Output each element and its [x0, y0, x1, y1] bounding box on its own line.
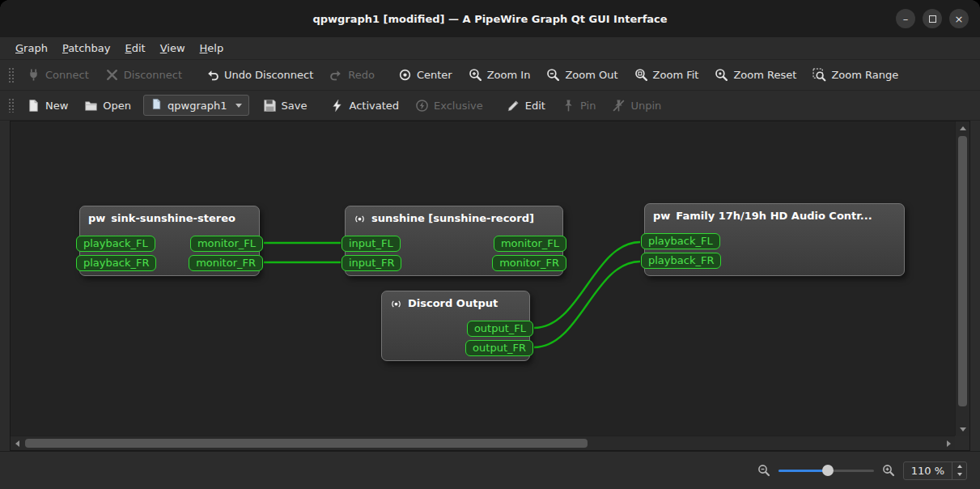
menu-view[interactable]: View — [153, 37, 193, 59]
scroll-left-icon[interactable] — [11, 436, 23, 451]
menu-patchbay[interactable]: Patchbay — [55, 37, 118, 59]
edit-button[interactable]: Edit — [499, 95, 553, 117]
menu-help[interactable]: Help — [193, 37, 231, 59]
port-playback_FR[interactable]: playback_FR — [641, 253, 721, 269]
node-title: sunshine [sunshine-record] — [371, 212, 534, 225]
node-title: Family 17h/19h HD Audio Contr... — [676, 210, 872, 223]
zoom-spin-down-icon[interactable] — [952, 470, 966, 479]
zoom-in-label: Zoom In — [487, 69, 531, 81]
canvas-outer: pw sink-sunshine-stereo playback_FL play… — [0, 121, 980, 451]
port-monitor_FL[interactable]: monitor_FL — [190, 236, 263, 252]
zoom-slider[interactable] — [778, 464, 874, 477]
save-button[interactable]: Save — [256, 95, 315, 117]
port-input_FR[interactable]: input_FR — [342, 255, 401, 271]
horizontal-scroll-thumb[interactable] — [25, 439, 588, 448]
open-label: Open — [103, 100, 131, 112]
new-button[interactable]: New — [19, 95, 75, 117]
zoom-out-label: Zoom Out — [565, 69, 617, 81]
toolbar-grip[interactable] — [8, 67, 15, 83]
node-sunshine-record[interactable]: sunshine [sunshine-record] input_FL inpu… — [345, 206, 563, 276]
zoom-out-button[interactable]: Zoom Out — [539, 64, 625, 86]
connect-icon — [27, 68, 40, 82]
scrollbar-corner — [955, 436, 969, 450]
window-title: qpwgraph1 [modified] — A PipeWire Graph … — [312, 13, 667, 25]
pin-icon — [562, 99, 575, 113]
zoom-range-icon — [812, 68, 826, 82]
toolbar-file: New Open qpwgraph1 Save Activated Exclus… — [0, 91, 980, 121]
menu-edit[interactable]: Edit — [118, 37, 153, 59]
disconnect-label: Disconnect — [124, 69, 182, 81]
exclusive-button[interactable]: Exclusive — [408, 95, 490, 117]
monitor-icon — [354, 213, 366, 225]
minimize-button[interactable]: – — [896, 9, 915, 28]
activated-bolt-icon — [330, 99, 344, 113]
connect-button[interactable]: Connect — [19, 64, 96, 86]
activated-button[interactable]: Activated — [323, 95, 406, 117]
node-title: Discord Output — [408, 297, 498, 310]
new-file-icon — [27, 99, 40, 113]
center-button[interactable]: Center — [391, 64, 460, 86]
patchbay-file-icon — [151, 98, 163, 113]
zoom-spinbox[interactable]: 110 % — [903, 461, 967, 480]
save-icon — [263, 99, 277, 113]
zoom-fit-button[interactable]: Zoom Fit — [627, 64, 706, 86]
pin-button[interactable]: Pin — [554, 95, 603, 117]
edit-pencil-icon — [507, 99, 520, 113]
zoom-in-button[interactable]: Zoom In — [461, 64, 538, 86]
zoom-slider-handle[interactable] — [822, 465, 834, 476]
port-output_FL[interactable]: output_FL — [467, 321, 533, 337]
port-playback_FL[interactable]: playback_FL — [76, 236, 155, 252]
zoom-fit-icon — [634, 68, 648, 82]
connection-wires — [11, 121, 955, 436]
disconnect-button[interactable]: Disconnect — [98, 64, 189, 86]
scroll-up-icon[interactable] — [956, 121, 970, 134]
zoom-reset-button[interactable]: Zoom Reset — [707, 64, 804, 86]
zoom-slider-fill — [778, 470, 825, 472]
zoom-in-icon — [469, 68, 482, 82]
redo-button[interactable]: Redo — [322, 64, 382, 86]
zoom-spin-up-icon[interactable] — [952, 462, 966, 471]
horizontal-scrollbar[interactable] — [11, 436, 955, 450]
port-output_FR[interactable]: output_FR — [465, 340, 533, 356]
port-playback_FR[interactable]: playback_FR — [76, 255, 156, 271]
zoom-reset-label: Zoom Reset — [733, 69, 796, 81]
undo-disconnect-button[interactable]: Undo Disconnect — [198, 64, 320, 86]
titlebar[interactable]: qpwgraph1 [modified] — A PipeWire Graph … — [0, 0, 980, 37]
zoom-value[interactable]: 110 % — [904, 462, 952, 479]
node-family-hd-audio[interactable]: pw Family 17h/19h HD Audio Contr... play… — [644, 203, 905, 276]
minimize-icon: – — [903, 14, 909, 24]
menu-graph[interactable]: Graph — [8, 37, 55, 59]
close-button[interactable]: × — [949, 9, 969, 28]
redo-icon — [329, 68, 343, 82]
zoom-range-button[interactable]: Zoom Range — [805, 64, 906, 86]
open-button[interactable]: Open — [77, 95, 138, 117]
patchbay-file-name: qpwgraph1 — [168, 100, 227, 112]
patchbay-file-combo[interactable]: qpwgraph1 — [143, 95, 248, 116]
port-playback_FL[interactable]: playback_FL — [641, 233, 720, 249]
node-title: sink-sunshine-stereo — [111, 212, 235, 225]
scroll-down-icon[interactable] — [956, 423, 970, 436]
port-monitor_FR[interactable]: monitor_FR — [492, 255, 566, 271]
maximize-icon — [929, 15, 936, 23]
close-icon: × — [955, 14, 964, 24]
node-discord-output[interactable]: Discord Output output_FL output_FR — [381, 291, 530, 361]
maximize-button[interactable] — [923, 9, 942, 28]
scroll-right-icon[interactable] — [942, 436, 955, 451]
open-folder-icon — [84, 99, 98, 113]
toolbar-graph: Connect Disconnect Undo Disconnect Redo … — [0, 60, 980, 91]
vertical-scroll-thumb[interactable] — [958, 136, 967, 406]
unpin-button[interactable]: Unpin — [605, 95, 668, 117]
zoom-out-icon — [757, 464, 770, 477]
port-monitor_FL[interactable]: monitor_FL — [494, 236, 566, 252]
center-label: Center — [417, 69, 452, 81]
monitor-icon — [390, 298, 402, 310]
center-icon — [398, 68, 412, 82]
toolbar-grip[interactable] — [8, 98, 15, 113]
vertical-scrollbar[interactable] — [955, 121, 969, 436]
node-sink-sunshine-stereo[interactable]: pw sink-sunshine-stereo playback_FL play… — [79, 206, 260, 276]
port-monitor_FR[interactable]: monitor_FR — [189, 255, 263, 271]
unpin-label: Unpin — [630, 100, 661, 112]
exclusive-icon — [415, 99, 429, 113]
graph-canvas[interactable]: pw sink-sunshine-stereo playback_FL play… — [11, 121, 955, 436]
port-input_FL[interactable]: input_FL — [342, 236, 401, 252]
